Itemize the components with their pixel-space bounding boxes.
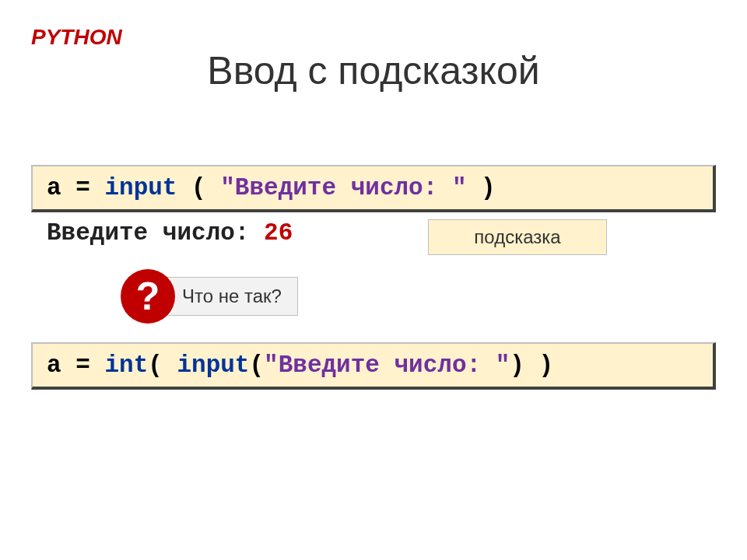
output-line: Введите число: 26 (47, 219, 293, 247)
code-token: ( (148, 352, 177, 379)
code-token: ) ) (510, 352, 553, 379)
code-example-1: a = input ( "Введите число: " ) (31, 165, 716, 212)
output-prompt: Введите число: (47, 219, 264, 247)
code-token: a = (47, 174, 104, 201)
code-token-keyword: input (177, 352, 249, 379)
code-token: a = (47, 352, 104, 379)
code-example-2: a = int( input("Введите число: ") ) (31, 342, 716, 390)
code-token-keyword: input (104, 174, 177, 201)
code-token-string: "Введите число: " (220, 174, 466, 201)
hint-badge: подсказка (428, 219, 607, 255)
question-text: Что не так? (161, 277, 298, 316)
question-callout: ? Что не так? (121, 269, 298, 324)
output-value: 26 (264, 219, 293, 247)
code-token: ( (177, 174, 220, 201)
code-token-keyword: int (104, 352, 148, 379)
question-mark-icon: ? (121, 269, 175, 324)
code-token: ( (249, 352, 264, 379)
code-token-string: "Введите число: " (264, 352, 510, 379)
python-label: PYTHON (31, 25, 122, 50)
slide-title: Ввод с подсказкой (0, 48, 747, 93)
code-token: ) (467, 174, 496, 201)
